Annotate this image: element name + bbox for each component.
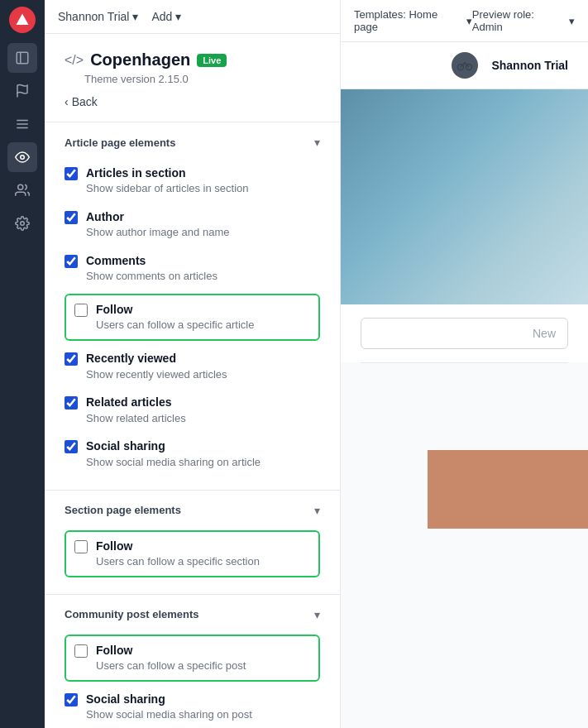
section-page-label: Section page elements xyxy=(65,504,181,516)
articles-in-section-checkbox[interactable] xyxy=(65,167,78,180)
nav-list-icon[interactable] xyxy=(7,109,37,139)
articles-in-section-item: Articles in section Show sidebar of arti… xyxy=(65,159,320,203)
follow-section-label: Follow xyxy=(96,539,260,553)
search-placeholder: New xyxy=(533,327,556,340)
nav-flag-icon[interactable] xyxy=(7,76,37,106)
preview-orange-block xyxy=(428,450,588,529)
preview-site-name: Shannon Trial xyxy=(491,59,568,72)
author-label: Author xyxy=(86,209,229,224)
theme-version: Theme version 2.15.0 xyxy=(84,73,320,85)
preview-role-chevron-icon: ▾ xyxy=(569,15,575,27)
left-nav xyxy=(0,0,45,728)
follow-article-label: Follow xyxy=(96,302,254,317)
follow-post-checkbox[interactable] xyxy=(74,644,88,658)
articles-in-section-label: Articles in section xyxy=(86,165,249,180)
svg-point-7 xyxy=(21,156,25,160)
comments-item: Comments Show comments on articles xyxy=(65,247,320,290)
preview-pane: Templates: Home page ▾ Preview role: Adm… xyxy=(341,0,588,728)
preview-search-box[interactable]: New xyxy=(361,318,568,349)
follow-post-item: Follow Users can follow a specific post xyxy=(65,635,320,682)
section-page-group: Section page elements ▾ Follow Users can… xyxy=(45,491,340,595)
preview-search-area: New xyxy=(341,304,588,362)
add-label: Add xyxy=(151,10,172,23)
templates-chevron-icon: ▾ xyxy=(466,15,472,27)
svg-point-9 xyxy=(21,222,25,226)
preview-avatar xyxy=(452,52,478,79)
nav-book-icon[interactable] xyxy=(7,43,37,73)
community-post-header[interactable]: Community post elements ▾ xyxy=(65,595,320,631)
sidebar-header: Shannon Trial ▾ Add ▾ xyxy=(45,0,340,34)
related-articles-checkbox[interactable] xyxy=(65,396,78,410)
article-section-header[interactable]: Article page elements ▾ xyxy=(65,122,320,159)
community-post-label: Community post elements xyxy=(65,608,199,620)
community-post-group: Community post elements ▾ Follow Users c… xyxy=(45,595,340,728)
sidebar-body: </> Copenhagen Live Theme version 2.15.0… xyxy=(45,34,340,728)
section-page-header[interactable]: Section page elements ▾ xyxy=(65,491,320,527)
svg-marker-0 xyxy=(17,14,29,26)
social-sharing-post-checkbox[interactable] xyxy=(65,693,78,706)
svg-point-12 xyxy=(464,62,466,64)
article-section-label: Article page elements xyxy=(65,136,175,149)
nav-users-icon[interactable] xyxy=(7,175,37,205)
follow-article-desc: Users can follow a specific article xyxy=(96,318,254,333)
add-chevron-icon: ▾ xyxy=(175,10,181,23)
theme-header: </> Copenhagen Live Theme version 2.15.0… xyxy=(45,34,340,122)
follow-post-desc: Users can follow a specific post xyxy=(96,659,246,673)
follow-section-desc: Users can follow a specific section xyxy=(96,555,260,569)
comments-desc: Show comments on articles xyxy=(86,270,218,284)
social-sharing-post-desc: Show social media sharing on post xyxy=(86,708,252,722)
preview-lower-area xyxy=(341,363,588,529)
comments-label: Comments xyxy=(86,253,218,268)
author-desc: Show author image and name xyxy=(86,226,229,240)
social-sharing-article-item: Social sharing Show social media sharing… xyxy=(65,432,320,476)
theme-name: Copenhagen xyxy=(90,50,190,69)
logo-button[interactable] xyxy=(9,7,36,33)
back-link[interactable]: ‹ Back xyxy=(65,95,320,108)
author-item: Author Show author image and name xyxy=(65,203,320,247)
comments-checkbox[interactable] xyxy=(65,255,78,268)
related-articles-desc: Show related articles xyxy=(86,412,186,426)
recently-viewed-item: Recently viewed Show recently viewed art… xyxy=(65,344,320,388)
templates-dropdown[interactable]: Templates: Home page ▾ xyxy=(354,8,472,33)
follow-post-label: Follow xyxy=(96,643,246,658)
author-checkbox[interactable] xyxy=(65,211,78,224)
follow-article-item: Follow Users can follow a specific artic… xyxy=(65,294,320,341)
social-sharing-article-label: Social sharing xyxy=(86,438,261,453)
section-page-chevron-icon: ▾ xyxy=(314,504,320,517)
social-sharing-article-checkbox[interactable] xyxy=(65,440,78,453)
sidebar-panel: Shannon Trial ▾ Add ▾ </> Copenhagen Liv… xyxy=(45,0,341,728)
community-post-chevron-icon: ▾ xyxy=(314,608,320,621)
related-articles-item: Related articles Show related articles xyxy=(65,388,320,432)
article-section-group: Article page elements ▾ Articles in sect… xyxy=(45,122,340,491)
brand-chevron-icon: ▾ xyxy=(132,10,138,23)
preview-content: Shannon Trial New xyxy=(341,42,588,728)
templates-label: Templates: Home page xyxy=(354,8,463,33)
preview-toolbar: Templates: Home page ▾ Preview role: Adm… xyxy=(341,0,588,42)
article-section-chevron-icon: ▾ xyxy=(314,136,320,149)
follow-section-checkbox[interactable] xyxy=(74,540,88,553)
code-icon: </> xyxy=(65,53,84,68)
brand-title: Shannon Trial xyxy=(58,10,129,23)
back-chevron-icon: ‹ xyxy=(65,95,69,108)
back-label: Back xyxy=(72,95,98,108)
social-sharing-post-label: Social sharing xyxy=(86,692,252,706)
articles-in-section-desc: Show sidebar of articles in section xyxy=(86,182,249,196)
svg-rect-1 xyxy=(17,52,28,64)
preview-role-label: Preview role: Admin xyxy=(472,8,566,33)
preview-role-dropdown[interactable]: Preview role: Admin ▾ xyxy=(472,8,575,33)
recently-viewed-label: Recently viewed xyxy=(86,351,227,366)
live-badge: Live xyxy=(197,54,227,67)
recently-viewed-desc: Show recently viewed articles xyxy=(86,368,227,382)
related-articles-label: Related articles xyxy=(86,395,186,410)
nav-eye-icon[interactable] xyxy=(7,142,37,172)
follow-section-item: Follow Users can follow a specific secti… xyxy=(65,530,320,577)
preview-site-header: Shannon Trial xyxy=(341,42,588,89)
preview-hero-image xyxy=(341,89,588,304)
nav-settings-icon[interactable] xyxy=(7,208,37,238)
social-sharing-post-item: Social sharing Show social media sharing… xyxy=(65,685,320,728)
brand-dropdown[interactable]: Shannon Trial ▾ xyxy=(58,10,138,23)
add-button[interactable]: Add ▾ xyxy=(151,10,181,23)
svg-point-8 xyxy=(18,184,23,189)
recently-viewed-checkbox[interactable] xyxy=(65,352,78,366)
follow-article-checkbox[interactable] xyxy=(74,304,88,317)
